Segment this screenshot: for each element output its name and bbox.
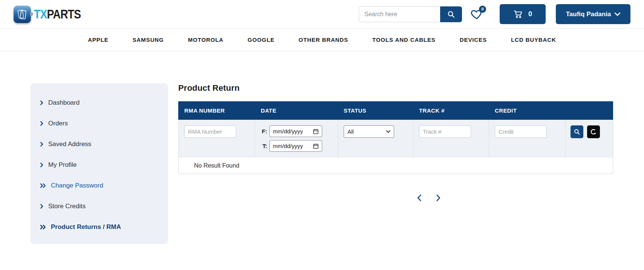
logo-dot — [30, 12, 33, 16]
nav-item-devices[interactable]: DEVICES — [460, 37, 487, 43]
nav-item-lcd-buyback[interactable]: LCD BUYBACK — [511, 37, 556, 43]
user-name: Taufiq Padania — [566, 11, 611, 18]
date-from-input[interactable]: mm/dd/yyyy — [269, 125, 322, 137]
calendar-icon — [313, 128, 319, 134]
sidebar-item-orders[interactable]: Orders — [30, 113, 168, 134]
wishlist-button[interactable]: 0 — [470, 7, 484, 21]
filter-row: F: mm/dd/yyyy — [179, 120, 613, 157]
pagination-prev-button[interactable] — [415, 194, 423, 202]
search-button[interactable] — [440, 6, 462, 22]
site-header: TXPARTS 0 — [0, 0, 644, 28]
sidebar-item-saved-address[interactable]: Saved Address — [30, 134, 168, 154]
double-chevron-right-icon — [40, 183, 46, 188]
page-content: Dashboard Orders Saved Address My Profil… — [0, 83, 644, 244]
filter-reset-button[interactable] — [587, 125, 600, 138]
page-title: Product Return — [178, 83, 613, 93]
sidebar-item-product-returns-rma[interactable]: Product Returns / RMA — [30, 217, 168, 237]
nav-item-tools-and-cables[interactable]: TOOLS AND CABLES — [372, 37, 436, 43]
chevron-down-icon — [386, 130, 390, 133]
sidebar-item-label: Dashboard — [48, 99, 80, 107]
date-to-value: mm/dd/yyyy — [273, 143, 303, 149]
product-return-table: RMA NUMBER DATE STATUS TRACK # CREDIT F: — [178, 101, 613, 174]
phone-screens-icon — [16, 8, 28, 21]
brand-name-parts: PARTS — [47, 7, 81, 21]
sidebar-item-label: Store Credits — [48, 203, 86, 210]
date-to-label: T: — [261, 143, 267, 149]
date-to-input[interactable]: mm/dd/yyyy — [269, 140, 322, 152]
header-actions: 0 0 Taufiq Padania — [359, 4, 630, 24]
nav-item-samsung[interactable]: SAMSUNG — [133, 37, 164, 43]
rma-number-input[interactable] — [184, 125, 236, 138]
nav-item-motorola[interactable]: MOTOROLA — [188, 37, 223, 43]
chevron-right-icon — [40, 142, 43, 146]
column-header-track: TRACK # — [413, 107, 489, 114]
filter-cell-actions — [566, 120, 613, 157]
chevron-right-icon — [435, 194, 442, 201]
sidebar-item-label: Orders — [48, 120, 68, 127]
empty-results-message: No Result Found — [194, 162, 239, 169]
cart-button[interactable]: 0 — [500, 4, 546, 24]
nav-item-other-brands[interactable]: OTHER BRANDS — [298, 37, 348, 43]
brand-name: TXPARTS — [34, 7, 81, 21]
sidebar-item-label: Saved Address — [48, 140, 91, 148]
sidebar-item-store-credits[interactable]: Store Credits — [30, 196, 168, 217]
empty-results-row: No Result Found — [179, 157, 613, 174]
sidebar-item-dashboard[interactable]: Dashboard — [30, 92, 168, 113]
column-header-credit: CREDIT — [489, 107, 565, 114]
search-input[interactable] — [359, 6, 440, 22]
nav-item-apple[interactable]: APPLE — [88, 37, 109, 43]
account-sidebar: Dashboard Orders Saved Address My Profil… — [30, 83, 168, 244]
sidebar-item-change-password[interactable]: Change Password — [30, 175, 168, 196]
status-select-value: All — [347, 128, 354, 135]
filter-search-button[interactable] — [571, 125, 583, 138]
calendar-icon — [313, 143, 319, 149]
column-header-rma-number: RMA NUMBER — [178, 107, 255, 114]
pagination — [211, 194, 644, 202]
chevron-right-icon — [40, 163, 43, 167]
date-from-value: mm/dd/yyyy — [273, 128, 303, 134]
search-icon — [447, 10, 456, 19]
sidebar-item-label: Product Returns / RMA — [51, 223, 121, 231]
column-header-status: STATUS — [338, 107, 413, 114]
sidebar-item-label: Change Password — [51, 182, 103, 189]
table-header-row: RMA NUMBER DATE STATUS TRACK # CREDIT — [178, 101, 613, 120]
chevron-left-icon — [416, 194, 422, 201]
chevron-right-icon — [40, 204, 43, 209]
double-chevron-right-icon — [40, 225, 46, 229]
search-icon — [573, 128, 581, 136]
search-bar — [359, 6, 462, 22]
filter-cell-status: All — [338, 120, 413, 157]
cart-count: 0 — [528, 10, 532, 18]
sidebar-item-label: My Profile — [48, 161, 77, 169]
chevron-right-icon — [40, 121, 43, 126]
pagination-next-button[interactable] — [434, 194, 442, 202]
chevron-right-icon — [40, 101, 43, 105]
filter-cell-date: F: mm/dd/yyyy — [255, 120, 338, 157]
main-panel: Product Return RMA NUMBER DATE STATUS TR… — [178, 83, 613, 244]
brand-logo[interactable]: TXPARTS — [14, 6, 89, 23]
sidebar-item-my-profile[interactable]: My Profile — [30, 154, 168, 175]
cart-icon — [513, 9, 523, 19]
wishlist-count-badge: 0 — [479, 6, 486, 13]
user-menu-button[interactable]: Taufiq Padania — [556, 4, 630, 24]
status-select[interactable]: All — [344, 125, 394, 138]
credit-input[interactable] — [495, 125, 547, 138]
track-number-input[interactable] — [419, 125, 471, 138]
column-header-date: DATE — [255, 107, 338, 114]
main-nav: APPLE SAMSUNG MOTOROLA GOOGLE OTHER BRAN… — [0, 28, 644, 51]
filter-cell-rma — [179, 120, 255, 157]
filter-cell-credit — [489, 120, 566, 157]
refresh-icon — [590, 128, 597, 136]
chevron-down-icon — [615, 12, 620, 16]
table-body: F: mm/dd/yyyy — [178, 120, 613, 174]
brand-logo-icon — [14, 6, 31, 23]
brand-name-tx: TX — [34, 7, 47, 21]
date-from-label: F: — [261, 128, 267, 134]
filter-cell-track — [413, 120, 489, 157]
nav-item-google[interactable]: GOOGLE — [248, 37, 274, 43]
